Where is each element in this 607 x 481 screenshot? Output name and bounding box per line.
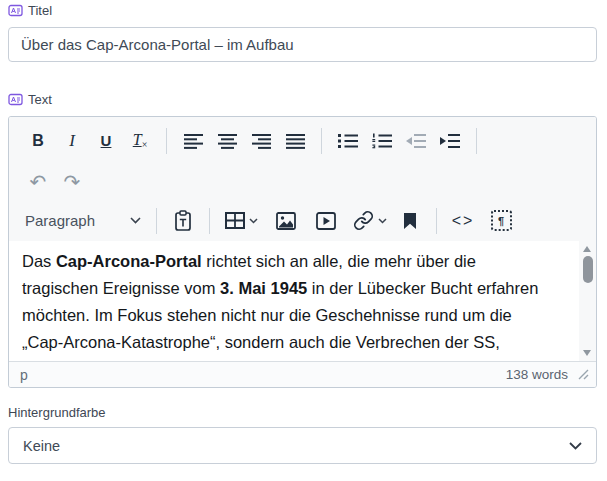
bullet-list-button[interactable] [331,126,365,156]
code-icon: <> [452,212,475,230]
background-color-label-text: Hintergrundfarbe [8,405,106,420]
word-count[interactable]: 138 words [506,367,578,382]
table-button[interactable] [219,206,263,236]
underline-button[interactable]: U [89,126,123,156]
field-type-icon [8,93,23,106]
chevron-down-icon [378,218,387,224]
element-path[interactable]: p [20,367,28,383]
toolbar-row-3: Paragraph [9,200,596,241]
background-color-value: Keine [23,438,60,454]
paste-text-icon [173,210,193,231]
align-center-icon [218,133,237,149]
video-icon [316,212,336,230]
outdent-button[interactable] [399,126,433,156]
scrollbar-thumb[interactable] [583,256,593,283]
editor-text-line: möchten. Im Fokus stehen nicht nur die G… [22,302,566,329]
editor-scrollbar[interactable] [579,241,596,361]
editor-status-bar: p 138 words [9,361,596,387]
editor-toolbar: B I U T× [9,117,596,241]
undo-button[interactable]: ↶ [21,167,55,197]
ordered-list-button[interactable] [365,126,399,156]
italic-button[interactable]: I [55,126,89,156]
scroll-up-icon[interactable] [583,246,591,252]
background-color-label: Hintergrundfarbe [8,405,106,420]
align-justify-button[interactable] [278,126,312,156]
toolbar-separator [209,208,210,234]
field-type-icon [8,4,23,17]
paragraph-mark-icon: ¶ [491,210,512,231]
toolbar-separator [436,208,437,234]
align-right-button[interactable] [244,126,278,156]
text-field-label-text: Text [28,92,52,107]
paragraph-style-label: Paragraph [25,212,95,229]
bullet-list-icon [338,133,358,149]
clear-formatting-button[interactable]: T× [123,126,157,156]
rich-text-editor: B I U T× [8,116,597,388]
link-icon [353,210,374,231]
show-invisible-characters-button[interactable]: ¶ [484,206,518,236]
redo-icon: ↷ [64,172,81,192]
title-field-label-text: Titel [28,3,52,18]
title-input[interactable] [8,27,597,62]
paragraph-style-dropdown[interactable]: Paragraph [21,206,147,236]
toolbar-separator [156,208,157,234]
toolbar-separator [166,128,167,154]
image-icon [276,212,296,230]
redo-button[interactable]: ↷ [55,167,89,197]
bold-button[interactable]: B [21,126,55,156]
toolbar-separator [321,128,322,154]
chevron-down-icon [569,442,582,450]
align-right-icon [252,133,271,149]
paste-text-button[interactable] [166,206,200,236]
toolbar-row-1: B I U T× [9,117,596,164]
toolbar-row-2: ↶ ↷ [9,164,596,200]
image-button[interactable] [269,206,303,236]
undo-icon: ↶ [30,172,47,192]
table-icon [225,212,245,229]
indent-icon [440,133,460,149]
editor-text-line: Das Cap-Arcona-Portal richtet sich an al… [22,248,566,275]
title-field-label: Titel [8,3,52,18]
scroll-down-icon[interactable] [583,350,591,356]
link-button[interactable] [347,206,393,236]
editor-text-line: tragischen Ereignisse vom 3. Mai 1945 in… [22,275,566,302]
ordered-list-icon [372,133,392,149]
outdent-icon [406,133,426,149]
align-left-button[interactable] [176,126,210,156]
background-color-select[interactable]: Keine [8,427,597,464]
align-center-button[interactable] [210,126,244,156]
editor-text-line: deutscher Soldaten und Polizisten an KZ-… [22,356,566,361]
toolbar-separator [476,128,477,154]
chevron-down-icon [130,217,141,224]
media-button[interactable] [309,206,343,236]
editor-text-line: „Cap-Arcona-Katastrophe“, sondern auch d… [22,329,566,356]
bold-icon: B [32,132,44,150]
underline-icon: U [101,132,112,149]
editor-content[interactable]: Das Cap-Arcona-Portal richtet sich an al… [9,241,596,361]
resize-handle-icon[interactable] [578,369,589,380]
source-code-button[interactable]: <> [446,206,480,236]
indent-button[interactable] [433,126,467,156]
align-justify-icon [286,133,305,149]
anchor-button[interactable] [393,206,427,236]
bookmark-icon [403,212,417,230]
italic-icon: I [69,131,75,151]
clear-formatting-icon: T× [133,131,148,150]
chevron-down-icon [249,218,258,224]
align-left-icon [184,133,203,149]
text-field-label: Text [8,92,52,107]
